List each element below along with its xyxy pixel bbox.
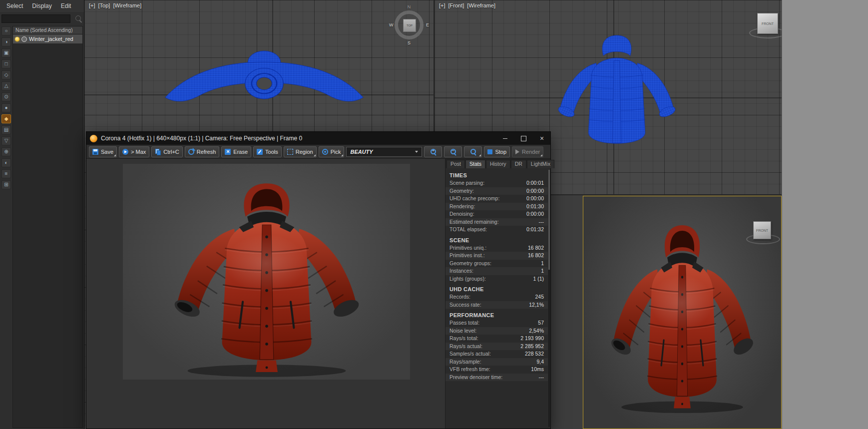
- stats-scrollbar[interactable]: [548, 170, 550, 427]
- refresh-button[interactable]: Refresh: [185, 146, 220, 157]
- region-label: Region: [296, 149, 313, 155]
- stats-row: Primitives inst.:16 802: [445, 252, 548, 260]
- object-sphere-icon: [21, 36, 27, 42]
- compass-east[interactable]: E: [426, 22, 429, 27]
- stats-row: UHD cache precomp:0:00:00: [445, 195, 548, 203]
- viewcube-compass[interactable]: N S W E TOP: [390, 6, 428, 44]
- copy-clipboard-button[interactable]: Ctrl+C: [151, 146, 182, 157]
- maximize-button[interactable]: [516, 132, 531, 145]
- tab-lightmix[interactable]: LightMix: [527, 160, 554, 168]
- corona-vfb-window: Corona 4 (Hotfix 1) | 640×480px (1:1) | …: [86, 131, 551, 429]
- vfb-titlebar[interactable]: Corona 4 (Hotfix 1) | 640×480px (1:1) | …: [86, 132, 550, 145]
- filter-selection-sets-icon[interactable]: ⊞: [1, 180, 11, 189]
- viewcube-top-face[interactable]: TOP: [403, 19, 416, 32]
- menu-display[interactable]: Display: [32, 2, 51, 9]
- explorer-search-input[interactable]: [1, 14, 70, 23]
- tab-stats[interactable]: Stats: [465, 160, 485, 168]
- tools-button[interactable]: Tools: [253, 146, 282, 157]
- stop-label: Stop: [495, 149, 506, 155]
- stop-button[interactable]: Stop: [484, 146, 510, 157]
- viewport-menu-general[interactable]: [+]: [89, 2, 95, 8]
- vfb-render-area[interactable]: [86, 159, 445, 429]
- save-icon: [92, 149, 98, 155]
- filter-cameras-icon[interactable]: ◇: [1, 70, 11, 79]
- stats-row: Geometry:0:00:00: [445, 187, 548, 195]
- stats-row: Primitives uniq.:16 802: [445, 244, 548, 252]
- viewport-menu-view[interactable]: [Top]: [98, 2, 110, 8]
- copy-to-max-button[interactable]: > Max: [119, 146, 149, 157]
- filter-all-icon[interactable]: ○: [1, 26, 11, 35]
- list-item[interactable]: Winter_jacket_red: [13, 34, 82, 43]
- explorer-column-header[interactable]: Name (Sorted Ascending): [13, 26, 82, 34]
- minimize-button[interactable]: [497, 132, 512, 145]
- stats-row: Geometry groups:1: [445, 260, 548, 268]
- stats-row: Preview denoiser time:---: [445, 374, 548, 382]
- compass-west[interactable]: W: [389, 22, 394, 27]
- to-max-icon: [122, 149, 128, 155]
- stats-row: Records:245: [445, 293, 548, 301]
- zoom-out-button[interactable]: [444, 146, 462, 157]
- viewport-menu-shading[interactable]: [Wireframe]: [467, 2, 495, 8]
- stats-row: Samples/s actual:228 532: [445, 350, 548, 358]
- wireframe-jacket-front-view: [534, 26, 699, 155]
- filter-helpers-icon[interactable]: △: [1, 81, 11, 90]
- copy-label: Ctrl+C: [163, 149, 179, 155]
- explorer-filter-toolbar: ○◑▣□◇△⊙●◆▤▽⊕◐≡⊞: [1, 26, 11, 189]
- vfb-window-title: Corona 4 (Hotfix 1) | 640×480px (1:1) | …: [101, 135, 494, 142]
- filter-xrefs-icon[interactable]: ▤: [1, 125, 11, 134]
- pick-button[interactable]: Pick: [319, 146, 345, 157]
- render-channel-select[interactable]: BEAUTY: [346, 147, 422, 157]
- stats-section-title: UHD CACHE: [445, 283, 548, 293]
- light-bulb-icon[interactable]: [15, 37, 19, 41]
- menu-select[interactable]: Select: [6, 2, 23, 9]
- save-button[interactable]: Save: [89, 146, 117, 157]
- render-play-icon: [515, 149, 519, 154]
- compass-north[interactable]: N: [408, 4, 411, 9]
- filter-layers-icon[interactable]: ≡: [1, 169, 11, 178]
- to-max-label: > Max: [131, 149, 146, 155]
- compass-south[interactable]: S: [408, 40, 411, 45]
- search-icon: [75, 15, 81, 21]
- render-label: Render: [522, 149, 540, 155]
- maximize-icon: [521, 136, 526, 141]
- filter-frozen-icon[interactable]: ◐: [1, 158, 11, 167]
- stats-row: Instances:1: [445, 267, 548, 275]
- zoom-in-button[interactable]: [424, 146, 442, 157]
- filter-lights-icon[interactable]: □: [1, 59, 11, 68]
- filter-containers-icon[interactable]: ⊕: [1, 147, 11, 156]
- close-button[interactable]: ×: [534, 132, 549, 145]
- rendered-image[interactable]: [123, 164, 410, 380]
- zoom-in-icon: [431, 149, 436, 154]
- stats-section-title: TIMES: [445, 169, 548, 179]
- filter-groups-icon[interactable]: ●: [1, 103, 11, 112]
- filter-bones-icon[interactable]: ▽: [1, 136, 11, 145]
- viewport-camera-active[interactable]: FRONT: [583, 196, 782, 429]
- stats-row: Rays/sample:9,4: [445, 358, 548, 366]
- stats-row: Rays/s total:2 193 990: [445, 335, 548, 343]
- filter-geometry-icon[interactable]: ◑: [1, 37, 11, 46]
- erase-button[interactable]: Erase: [221, 146, 251, 157]
- close-icon: ×: [540, 135, 544, 142]
- tab-dr[interactable]: DR: [511, 160, 526, 168]
- viewcube[interactable]: FRONT: [753, 221, 771, 239]
- zoom-fit-button[interactable]: [464, 146, 482, 157]
- region-button[interactable]: Region: [284, 146, 317, 157]
- viewport-menu-view[interactable]: [Front]: [448, 2, 464, 8]
- tab-history[interactable]: History: [486, 160, 510, 168]
- stats-list: TIMESScene parsing:0:00:01Geometry:0:00:…: [445, 169, 548, 429]
- filter-shapes-icon[interactable]: ▣: [1, 48, 11, 57]
- tab-post[interactable]: Post: [446, 160, 465, 168]
- menu-edit[interactable]: Edit: [61, 2, 71, 9]
- viewcube[interactable]: FRONT: [757, 13, 778, 34]
- corona-logo-icon: [90, 135, 97, 142]
- stats-row: Noise level:2,54%: [445, 327, 548, 335]
- stats-row: Passes total:57: [445, 319, 548, 327]
- filter-materials-icon[interactable]: ◆: [1, 114, 11, 123]
- scrollbar-thumb[interactable]: [548, 170, 550, 270]
- viewport-menu-general[interactable]: [+]: [439, 2, 445, 8]
- render-button[interactable]: Render: [512, 146, 543, 157]
- viewport-menu-shading[interactable]: [Wireframe]: [113, 2, 141, 8]
- stats-row: Estimated remaining:---: [445, 218, 548, 226]
- filter-spacewarps-icon[interactable]: ⊙: [1, 92, 11, 101]
- stats-row: Scene parsing:0:00:01: [445, 179, 548, 187]
